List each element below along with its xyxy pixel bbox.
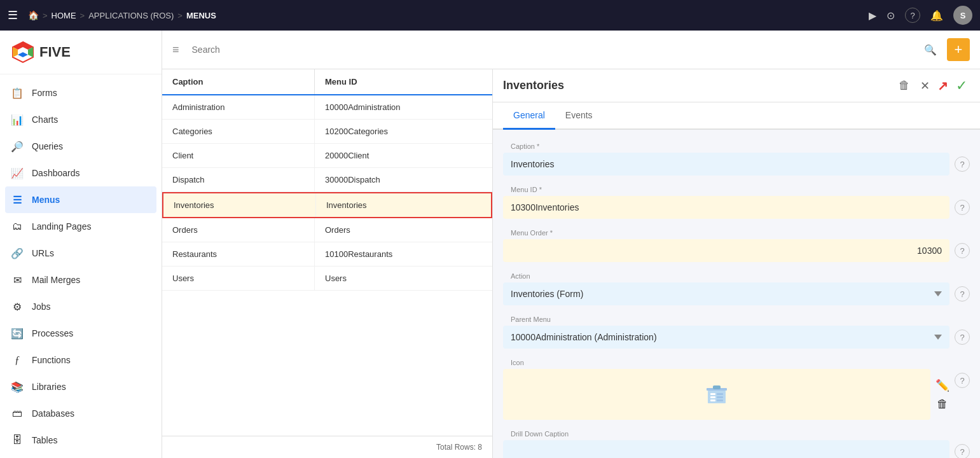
caption-input[interactable] [503,153,949,176]
icon-delete-button[interactable]: 🗑 [935,398,949,411]
svg-marker-4 [18,52,28,57]
action-help-icon[interactable]: ? [955,286,970,302]
column-header-caption[interactable]: Caption [162,69,315,94]
drill-down-caption-input[interactable] [503,440,949,458]
svg-rect-16 [717,396,723,398]
parent-menu-label: Parent Menu [503,316,949,323]
caption-field-row: Caption * ? [503,142,970,176]
icon-preview-svg [701,379,732,410]
action-field-row: Action Inventories (Form)Administration … [503,272,970,305]
form-content: Caption * ? Menu ID * ? [493,130,980,458]
sidebar-item-instances[interactable]: 💾 Instances [0,454,162,458]
menu-order-help-icon[interactable]: ? [955,243,970,258]
drill-down-caption-help-icon[interactable]: ? [955,444,970,458]
sidebar-label-jobs: Jobs [32,302,51,312]
icon-help-icon[interactable]: ? [955,373,970,388]
sidebar-item-libraries[interactable]: 📚 Libraries [0,373,162,400]
sidebar-label-landing-pages: Landing Pages [32,221,91,232]
play-button[interactable]: ▶ [869,10,876,22]
caption-help-icon[interactable]: ? [955,156,970,172]
mail-merges-icon: ✉ [10,273,24,287]
tab-events[interactable]: Events [555,102,603,130]
table-row[interactable]: Users Users [162,267,492,291]
sidebar-item-urls[interactable]: 🔗 URLs [0,240,162,267]
sidebar-item-mail-merges[interactable]: ✉ Mail Merges [0,267,162,293]
home-icon[interactable]: 🏠 [28,10,39,20]
search-input-wrap: 🔍 [184,39,942,60]
sidebar-item-landing-pages[interactable]: 🗂 Landing Pages [0,213,162,240]
icon-field: Icon [503,359,949,420]
dashboards-icon: 📈 [10,166,24,180]
panels: Caption Menu ID Administration 10000Admi… [162,69,980,458]
search-button[interactable]: ⊙ [887,10,895,22]
breadcrumb-sep-1: > [43,11,48,20]
icon-label: Icon [503,359,949,366]
table-row[interactable]: Administration 10000Administration [162,95,492,120]
tab-general[interactable]: General [503,102,555,130]
add-button[interactable]: + [947,38,970,61]
sidebar-label-dashboards: Dashboards [32,168,80,178]
sidebar-item-functions[interactable]: ƒ Functions [0,347,162,373]
menu-id-input[interactable] [503,196,949,219]
delete-button[interactable]: 🗑 [896,76,913,95]
menu-id-help-icon[interactable]: ? [955,200,970,215]
row-caption-users: Users [162,267,315,290]
column-header-menu-id[interactable]: Menu ID [315,69,492,94]
sidebar-label-queries: Queries [32,141,63,151]
action-select[interactable]: Inventories (Form)Administration (Form)C… [503,282,949,305]
sidebar-item-dashboards[interactable]: 📈 Dashboards [0,160,162,186]
row-caption-dispatch: Dispatch [162,168,315,191]
sidebar-item-tables[interactable]: 🗄 Tables [0,427,162,454]
help-button[interactable]: ? [905,8,920,23]
icon-area: ✏️ 🗑 [503,369,949,420]
icon-edit-button[interactable]: ✏️ [935,378,949,392]
form-header: Inventories 🗑 ✕ ↗ ✓ [493,69,980,102]
sidebar-item-forms[interactable]: 📋 Forms [0,80,162,106]
notifications-button[interactable]: 🔔 [930,10,943,22]
forms-icon: 📋 [10,86,24,100]
parent-menu-help-icon[interactable]: ? [955,330,970,345]
sidebar-item-processes[interactable]: 🔄 Processes [0,320,162,347]
table-row[interactable]: Categories 10200Categories [162,120,492,144]
landing-pages-icon: 🗂 [10,219,24,233]
sidebar-logo: FIVE [0,31,162,74]
sidebar-item-databases[interactable]: 🗃 Databases [0,400,162,427]
sidebar-item-jobs[interactable]: ⚙ Jobs [0,293,162,320]
menu-order-field: Menu Order * [503,229,949,262]
search-icon-button[interactable]: 🔍 [924,44,937,56]
sidebar-item-charts[interactable]: 📊 Charts [0,106,162,133]
jobs-icon: ⚙ [10,300,24,314]
table-body: Administration 10000Administration Categ… [162,95,492,436]
save-button[interactable]: ✓ [953,75,970,97]
sidebar-label-mail-merges: Mail Merges [32,275,80,285]
parent-menu-select[interactable]: 10000Administration (Administration)None [503,326,949,349]
menu-order-label: Menu Order * [503,229,949,237]
sidebar-item-menus[interactable]: ☰ Menus [5,186,156,213]
filter-icon[interactable]: ≡ [172,43,179,57]
menu-icon[interactable]: ☰ [8,8,18,22]
table-row[interactable]: Orders Orders [162,218,492,242]
sidebar-label-processes: Processes [32,328,73,338]
menu-order-input[interactable] [503,239,949,262]
avatar[interactable]: S [953,6,972,25]
close-button[interactable]: ✕ [918,76,932,95]
action-field: Action Inventories (Form)Administration … [503,272,949,305]
breadcrumb: 🏠 > HOME > APPLICATIONS (ROS) > MENUS [28,10,864,20]
drill-down-caption-field-row: Drill Down Caption ? [503,430,970,458]
table-row[interactable]: Dispatch 30000Dispatch [162,168,492,192]
table-row[interactable]: Client 20000Client [162,144,492,168]
search-input[interactable] [184,39,942,60]
svg-rect-18 [713,385,721,389]
charts-icon: 📊 [10,113,24,127]
table-row[interactable]: Restaurants 10100Restaurants [162,242,492,267]
topbar: ☰ 🏠 > HOME > APPLICATIONS (ROS) > MENUS … [0,0,980,31]
row-caption-client: Client [162,144,315,167]
menus-icon: ☰ [10,193,24,207]
breadcrumb-app[interactable]: APPLICATIONS (ROS) [88,11,174,20]
queries-icon: 🔎 [10,139,24,153]
table-row-inventories[interactable]: Inventories Inventories [162,192,492,218]
parent-menu-field: Parent Menu 10000Administration (Adminis… [503,316,949,349]
breadcrumb-home[interactable]: HOME [52,11,76,20]
sidebar-item-queries[interactable]: 🔎 Queries [0,133,162,160]
search-bar-area: ≡ 🔍 + [162,31,980,69]
